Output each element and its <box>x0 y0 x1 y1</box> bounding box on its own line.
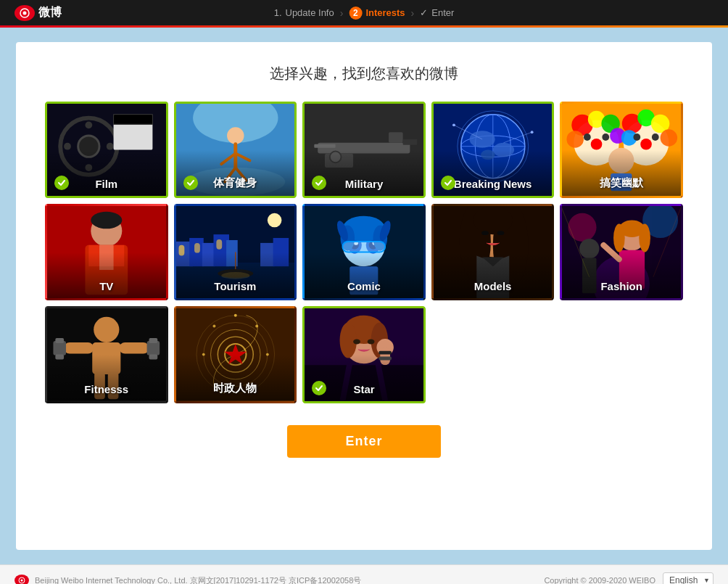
svg-point-8 <box>107 143 114 150</box>
models-label: Models <box>434 280 553 292</box>
interest-comedy[interactable]: 搞笑幽默 <box>560 102 683 198</box>
svg-point-60 <box>634 133 641 141</box>
svg-rect-24 <box>389 132 403 143</box>
step-3-label: Enter <box>431 7 454 18</box>
step-2-num: 2 <box>349 7 362 20</box>
svg-point-120 <box>640 224 651 252</box>
svg-point-51 <box>584 133 591 141</box>
interest-models[interactable]: Models <box>431 204 555 300</box>
comic-label: Comic <box>305 280 423 292</box>
svg-rect-128 <box>119 342 149 354</box>
svg-rect-98 <box>343 242 386 252</box>
interest-tourism[interactable]: Tourism <box>174 204 297 300</box>
svg-point-108 <box>481 231 489 235</box>
interest-tv[interactable]: TV <box>45 204 168 300</box>
svg-point-1 <box>23 11 27 15</box>
svg-rect-133 <box>149 339 158 344</box>
step-3-check: ✓ <box>420 7 428 18</box>
enter-button-wrap: Enter <box>45 425 683 458</box>
svg-point-16 <box>227 127 244 144</box>
svg-point-7 <box>64 143 71 150</box>
comedy-label: 搞笑幽默 <box>562 176 681 190</box>
logo: 微博 <box>15 5 62 21</box>
svg-point-162 <box>21 580 23 582</box>
step-3: ✓ Enter <box>420 7 454 18</box>
step-1: 1. Update Info <box>274 7 334 18</box>
svg-rect-129 <box>53 341 66 355</box>
svg-point-68 <box>91 212 122 229</box>
svg-rect-10 <box>114 115 153 125</box>
svg-rect-132 <box>147 341 160 355</box>
step-arrow-1: › <box>340 7 344 19</box>
svg-point-107 <box>473 206 513 234</box>
interest-fitness[interactable]: Fitnesss <box>45 306 168 403</box>
svg-point-52 <box>603 133 610 141</box>
interest-comic[interactable]: Comic <box>302 204 426 300</box>
tourism-label: Tourism <box>176 280 295 292</box>
svg-point-57 <box>661 129 677 146</box>
svg-rect-82 <box>216 239 222 250</box>
svg-point-5 <box>85 121 92 128</box>
step-1-label: Update Info <box>286 7 334 18</box>
svg-point-61 <box>652 133 659 141</box>
weibo-icon <box>15 5 35 21</box>
svg-point-48 <box>567 131 584 147</box>
svg-point-155 <box>368 340 375 345</box>
footer-left: Beijing Weibo Internet Technology Co., L… <box>15 575 361 584</box>
language-selector-wrap: English 中文 ▼ <box>663 572 713 584</box>
step-1-num: 1. <box>274 7 282 18</box>
svg-point-86 <box>267 213 281 228</box>
footer-copyright: Copyright © 2009-2020 WEIBO <box>544 576 655 584</box>
tv-label: TV <box>47 280 166 292</box>
logo-text: 微博 <box>38 5 62 20</box>
svg-point-154 <box>353 340 360 345</box>
svg-point-146 <box>212 325 215 328</box>
svg-point-125 <box>94 317 119 342</box>
footer-text: Beijing Weibo Internet Technology Co., L… <box>35 575 361 585</box>
interest-fashion[interactable]: Fashion <box>560 204 683 300</box>
svg-rect-81 <box>194 243 200 253</box>
interest-politics[interactable]: 时政人物 <box>174 306 297 403</box>
interest-military[interactable]: Military <box>302 102 426 198</box>
footer-right: Copyright © 2009-2020 WEIBO English 中文 ▼ <box>544 572 713 584</box>
interests-grid: Film <box>45 102 683 403</box>
interest-star[interactable]: Star <box>302 306 426 403</box>
star-check <box>312 381 326 395</box>
steps: 1. Update Info › 2 Interests › ✓ Enter <box>274 7 455 20</box>
svg-point-145 <box>255 325 258 328</box>
breaking-check <box>441 176 455 190</box>
svg-point-42 <box>530 131 533 133</box>
step-2-label: Interests <box>365 7 405 18</box>
svg-point-119 <box>613 224 625 252</box>
enter-button[interactable]: Enter <box>287 425 440 458</box>
interest-film[interactable]: Film <box>45 102 168 198</box>
svg-point-109 <box>497 231 504 235</box>
svg-point-113 <box>568 213 597 242</box>
step-2: 2 Interests <box>349 7 405 20</box>
svg-rect-130 <box>55 339 64 344</box>
main-container: 选择兴趣，找到您喜欢的微博 <box>0 28 728 564</box>
footer: Beijing Weibo Internet Technology Co., L… <box>0 564 728 584</box>
interest-sports[interactable]: 体育健身 <box>174 102 297 198</box>
sports-check <box>183 176 198 190</box>
politics-label: 时政人物 <box>176 382 295 395</box>
svg-rect-127 <box>64 342 94 354</box>
interest-breaking[interactable]: Breaking News <box>431 102 555 198</box>
step-arrow-2: › <box>411 7 415 19</box>
fitness-label: Fitnesss <box>47 383 166 395</box>
svg-rect-27 <box>314 144 335 148</box>
svg-point-50 <box>591 139 603 150</box>
svg-rect-26 <box>403 139 418 145</box>
svg-point-41 <box>452 123 455 126</box>
page-title: 选择兴趣，找到您喜欢的微博 <box>45 64 683 83</box>
svg-point-144 <box>233 314 236 317</box>
fashion-label: Fashion <box>562 280 681 292</box>
content-box: 选择兴趣，找到您喜欢的微博 <box>16 42 712 550</box>
language-selector[interactable]: English 中文 <box>663 572 713 584</box>
svg-point-59 <box>641 139 653 150</box>
header: 微博 1. Update Info › 2 Interests › ✓ Ente… <box>0 0 728 28</box>
footer-weibo-icon <box>15 575 29 584</box>
